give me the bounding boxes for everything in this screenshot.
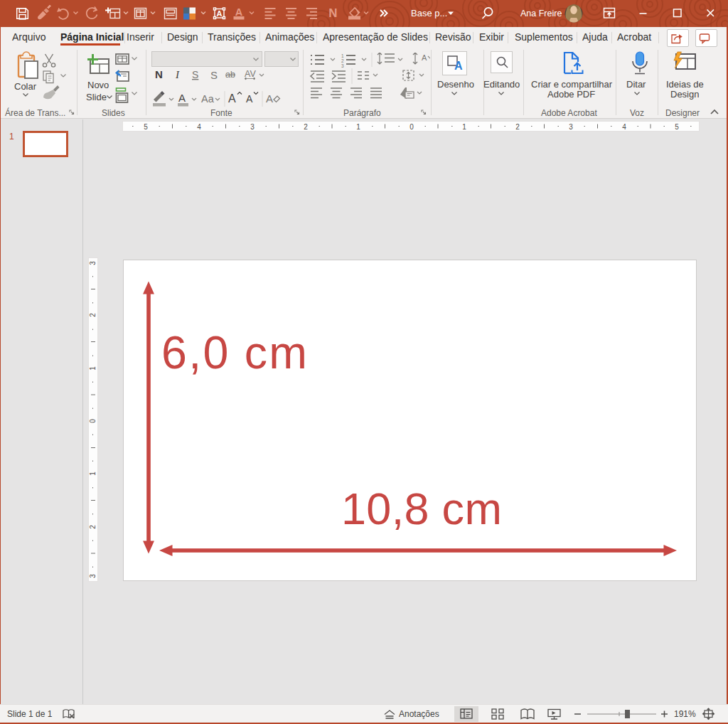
svg-text:4: 4	[622, 123, 626, 131]
svg-text:A: A	[266, 92, 273, 105]
svg-text:3: 3	[341, 63, 344, 68]
svg-text:N: N	[155, 68, 163, 80]
svg-text:S: S	[192, 69, 198, 80]
svg-text:2: 2	[515, 123, 520, 131]
svg-text:A: A	[235, 6, 243, 18]
svg-text:1: 1	[341, 53, 344, 58]
svg-text:S: S	[210, 69, 218, 81]
svg-text:3: 3	[569, 123, 573, 131]
svg-text:Aa: Aa	[201, 93, 215, 105]
svg-text:2: 2	[89, 525, 97, 529]
svg-text:1: 1	[89, 472, 97, 476]
svg-text:1: 1	[89, 366, 97, 371]
svg-text:2: 2	[89, 313, 97, 317]
svg-text:ab: ab	[225, 70, 235, 80]
svg-text:0: 0	[89, 419, 97, 423]
svg-text:1: 1	[462, 123, 466, 131]
svg-text:2: 2	[341, 58, 344, 63]
svg-text:A: A	[178, 92, 186, 104]
svg-text:4: 4	[197, 123, 201, 131]
svg-text:A: A	[228, 92, 236, 105]
svg-text:I: I	[175, 69, 180, 80]
svg-text:A: A	[454, 60, 463, 71]
svg-text:AV: AV	[245, 69, 256, 79]
svg-text:5: 5	[675, 123, 679, 131]
svg-text:3: 3	[89, 261, 97, 265]
svg-text:N: N	[328, 6, 337, 20]
svg-text:A: A	[422, 53, 427, 62]
svg-text:1: 1	[356, 123, 360, 131]
svg-text:3: 3	[250, 123, 255, 131]
svg-text:5: 5	[144, 123, 148, 131]
svg-text:0: 0	[410, 123, 414, 131]
svg-text:A: A	[217, 9, 223, 18]
svg-text:A: A	[246, 93, 253, 105]
svg-text:3: 3	[89, 574, 97, 578]
svg-text:2: 2	[304, 123, 308, 131]
